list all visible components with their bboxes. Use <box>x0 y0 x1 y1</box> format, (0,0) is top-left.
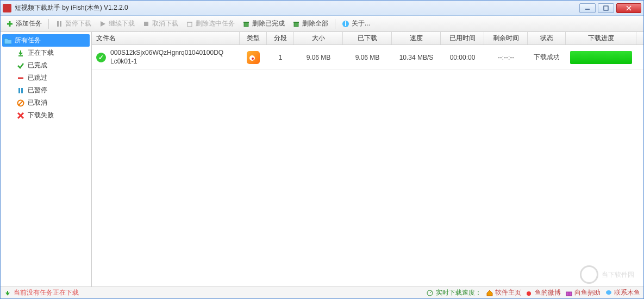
filename-line1: 000S12kSjx06WQzHgnrq01040100DQ <box>110 49 223 58</box>
close-button[interactable] <box>616 3 641 13</box>
cell-extra: 20 <box>636 52 643 63</box>
svg-rect-14 <box>294 22 298 27</box>
titlebar: 短视频下载助手 by iFish(木鱼) V1.2.2.0 <box>1 1 643 16</box>
pause-button[interactable]: 暂停下载 <box>52 17 95 30</box>
sidebar-item-canceled[interactable]: 已取消 <box>1 97 91 109</box>
progress-bar <box>570 51 632 64</box>
delete-all-label: 删除全部 <box>302 19 328 28</box>
svg-point-30 <box>527 291 531 296</box>
link-donate[interactable]: 向鱼捐助 <box>565 288 601 297</box>
toolbar: 添加任务 暂停下载 继续下载 取消下载 删除选中任务 删除已完成 删除全部 i … <box>1 16 643 32</box>
sidebar-item-all[interactable]: 所有任务 <box>2 34 90 47</box>
success-icon: ✓ <box>96 53 106 62</box>
cell-status: 下载成功 <box>528 50 566 64</box>
sidebar-item-downloading[interactable]: 正在下载 <box>1 47 91 59</box>
add-task-label: 添加任务 <box>16 19 42 28</box>
svg-marker-8 <box>101 21 105 27</box>
delete-all-button[interactable]: 删除全部 <box>289 17 332 30</box>
check-icon <box>17 62 24 69</box>
sidebar-item-failed[interactable]: 下载失败 <box>1 109 91 122</box>
cancel-icon <box>17 99 24 107</box>
svg-point-27 <box>252 58 254 60</box>
separator <box>335 19 335 29</box>
trash-all-icon <box>292 20 300 28</box>
svg-rect-20 <box>18 88 20 93</box>
col-type[interactable]: 类型 <box>240 32 267 44</box>
window-title: 短视频下载助手 by iFish(木鱼) V1.2.2.0 <box>15 3 579 12</box>
svg-line-23 <box>18 101 23 105</box>
filename-line2: Lc0k01-1 <box>110 58 223 66</box>
col-extra[interactable] <box>636 32 643 44</box>
cell-progress <box>566 49 636 66</box>
about-button[interactable]: i 关于... <box>339 17 373 30</box>
delete-selected-label: 删除选中任务 <box>196 19 235 28</box>
main-area: 所有任务 正在下载 已完成 已跳过 已暂停 已取消 下载失败 文件名 <box>1 32 643 287</box>
pause-icon <box>17 87 24 94</box>
cancel-button[interactable]: 取消下载 <box>139 17 182 30</box>
stop-icon <box>142 20 150 28</box>
delete-done-button[interactable]: 删除已完成 <box>239 17 288 30</box>
link-weibo[interactable]: 鱼的微博 <box>526 288 561 297</box>
link-label: 联系木鱼 <box>614 288 640 297</box>
col-remain[interactable]: 剩余时间 <box>484 32 528 44</box>
home-icon <box>486 289 493 297</box>
sidebar: 所有任务 正在下载 已完成 已跳过 已暂停 已取消 下载失败 <box>1 32 92 287</box>
col-elapsed[interactable]: 已用时间 <box>441 32 484 44</box>
window-buttons <box>579 3 641 13</box>
table-header: 文件名 类型 分段 大小 已下载 速度 已用时间 剩余时间 状态 下载进度 <box>92 32 643 45</box>
sidebar-label: 已暂停 <box>28 86 47 95</box>
svg-rect-6 <box>57 21 59 27</box>
trash-done-icon <box>242 20 250 28</box>
col-filename[interactable]: 文件名 <box>92 32 240 44</box>
link-homepage[interactable]: 软件主页 <box>486 288 521 297</box>
sidebar-item-done[interactable]: 已完成 <box>1 59 91 72</box>
speed-label: 实时下载速度： <box>436 288 482 297</box>
plus-icon <box>6 20 14 28</box>
table-row[interactable]: ✓ 000S12kSjx06WQzHgnrq01040100DQ Lc0k01-… <box>92 45 643 70</box>
svg-rect-12 <box>244 22 248 27</box>
link-label: 向鱼捐助 <box>574 288 601 297</box>
cell-type <box>240 49 267 66</box>
sidebar-label: 已取消 <box>28 98 47 107</box>
separator <box>48 19 49 29</box>
svg-rect-7 <box>60 21 61 27</box>
minimize-button[interactable] <box>579 3 596 13</box>
svg-line-29 <box>430 291 432 293</box>
minus-icon <box>17 74 24 82</box>
download-icon <box>17 49 24 57</box>
sidebar-label: 正在下载 <box>28 48 54 58</box>
cancel-label: 取消下载 <box>152 19 178 28</box>
col-speed[interactable]: 速度 <box>392 32 441 44</box>
col-downloaded[interactable]: 已下载 <box>343 32 392 44</box>
pause-icon <box>55 20 63 28</box>
svg-point-33 <box>606 290 611 295</box>
sidebar-item-paused[interactable]: 已暂停 <box>1 84 91 97</box>
status-speed: 实时下载速度： <box>426 288 482 297</box>
speed-icon <box>426 289 434 297</box>
sidebar-item-skipped[interactable]: 已跳过 <box>1 72 91 84</box>
col-progress[interactable]: 下载进度 <box>566 32 636 44</box>
x-icon <box>17 112 24 119</box>
cell-remain: --:--:-- <box>484 52 528 63</box>
resume-button[interactable]: 继续下载 <box>96 17 138 30</box>
delete-selected-button[interactable]: 删除选中任务 <box>183 17 238 30</box>
about-label: 关于... <box>352 19 370 28</box>
pause-label: 暂停下载 <box>65 19 91 28</box>
col-status[interactable]: 状态 <box>528 32 566 44</box>
col-size[interactable]: 大小 <box>294 32 343 44</box>
add-task-button[interactable]: 添加任务 <box>3 17 45 30</box>
maximize-button[interactable] <box>598 3 614 13</box>
col-segments[interactable]: 分段 <box>267 32 294 44</box>
table-body[interactable]: ✓ 000S12kSjx06WQzHgnrq01040100DQ Lc0k01-… <box>92 45 643 287</box>
status-message: 当前没有任务正在下载 <box>14 288 79 297</box>
link-contact[interactable]: 联系木鱼 <box>605 288 640 297</box>
svg-rect-10 <box>187 22 192 27</box>
weibo-icon <box>247 51 260 64</box>
trash-icon <box>186 20 193 28</box>
sidebar-label: 已完成 <box>28 61 47 70</box>
cell-size: 9.06 MB <box>294 52 343 63</box>
cell-elapsed: 00:00:00 <box>441 52 484 63</box>
play-icon <box>99 20 107 28</box>
app-icon <box>3 4 11 12</box>
link-label: 软件主页 <box>495 288 521 297</box>
